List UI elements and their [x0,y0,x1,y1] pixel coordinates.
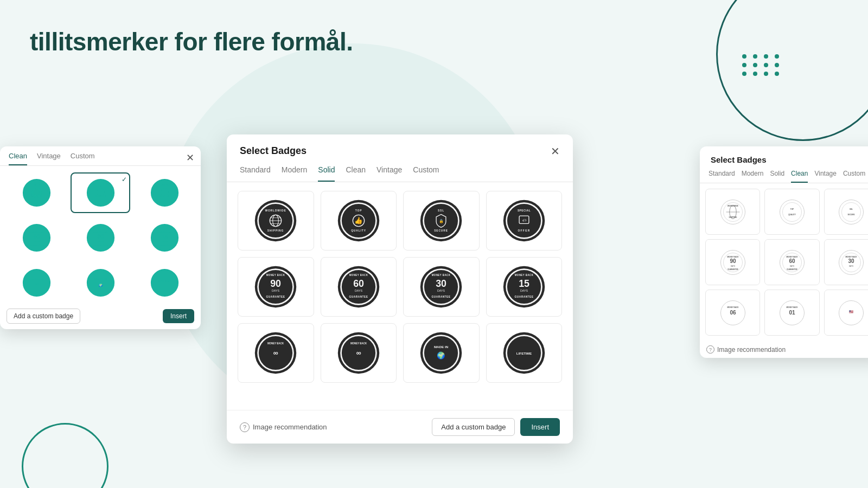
main-tab-modern[interactable]: Modern [282,165,307,182]
right-badge-mb-r3c[interactable]: 🇺🇸 [824,290,868,336]
svg-point-155 [780,200,804,224]
right-tab-standard[interactable]: Standard [709,170,735,183]
svg-text:★: ★ [431,271,433,274]
svg-point-9 [97,188,104,196]
badge-money-back-4[interactable]: MONEY BACK ∞ [321,323,397,383]
svg-text:TOP: TOP [790,208,794,210]
svg-text:30: 30 [848,258,855,264]
right-badge-worldwide[interactable]: WORLDWIDE SHIPPING [705,189,760,235]
svg-text:★: ★ [348,271,350,274]
right-badge-mb-90[interactable]: MONEY BACK 90 DAYS GUARANTEE [705,239,760,285]
left-badge-item[interactable]: MONEY BACK 15 DAYS GUARANTEE [135,217,194,258]
right-tab-clean[interactable]: Clean [791,170,808,183]
svg-point-5 [33,189,40,195]
svg-text:★: ★ [284,271,286,274]
main-tab-custom[interactable]: Custom [413,165,439,182]
badge-money-back-3[interactable]: MONEY BACK ∞ [238,323,314,383]
svg-text:GUARANTEE: GUARANTEE [93,244,107,247]
svg-text:★: ★ [513,300,515,303]
svg-text:GUARANTEE: GUARANTEE [514,296,533,298]
main-dialog-footer: ? Image recommendation Add a custom badg… [227,410,573,444]
svg-text:GUARANTEE: GUARANTEE [727,268,738,270]
left-badge-item[interactable]: MONEY BACK ∞ [7,262,66,303]
svg-text:★: ★ [348,300,350,303]
badge-made-in[interactable]: MADE IN 🌍 [403,323,480,383]
svg-text:90: 90 [270,278,281,289]
svg-point-156 [782,202,801,221]
main-dialog-header: Select Badges ✕ [227,134,573,157]
badge-lifetime[interactable]: LIFETIME [486,323,563,383]
right-tab-custom[interactable]: Custom [843,170,865,183]
left-badge-item-selected[interactable]: ✓ SSL SECURE [71,172,130,213]
svg-text:★: ★ [513,234,515,236]
svg-text:DAYS: DAYS [790,265,794,267]
svg-text:LIFETIME: LIFETIME [516,351,532,355]
right-tab-vintage[interactable]: Vintage [814,170,836,183]
svg-text:LIFETIME: LIFETIME [157,279,171,282]
main-tab-clean[interactable]: Clean [346,165,366,182]
badge-money-back-60[interactable]: MONEY BACK 60 DAYS GUARANTEE ★ ★ ★ ★ [321,257,397,317]
badge-ssl-secure[interactable]: ★ ★ ★ ★ 🔒 SSL SECURE [403,191,480,251]
right-tab-modern[interactable]: Modern [742,170,764,183]
right-partial-dialog: Select Badges Standard Modern Solid Clea… [700,146,868,358]
svg-text:SSL: SSL [438,209,444,212]
svg-text:60: 60 [353,278,364,289]
left-badge-item[interactable]: MONEY BACK 30 DAYS GUARANTEE [71,217,130,258]
right-badge-top-quality[interactable]: TOP QUALITY [764,189,819,235]
left-badge-item[interactable]: MADE IN 🌍 [71,262,130,303]
svg-text:OFFER: OFFER [160,195,169,198]
left-badge-item[interactable]: MONEY BACK 60 DAYS GUARANTEE [7,217,66,258]
left-badge-item[interactable]: TOP QUALITY [7,172,66,213]
svg-text:★: ★ [265,205,267,208]
svg-text:QUALITY: QUALITY [788,214,796,216]
image-recommendation: ? Image recommendation [240,422,327,432]
svg-text:★: ★ [265,234,267,236]
right-badge-mb-30[interactable]: MONEY BACK 30 DAYS [824,239,868,285]
left-badge-item[interactable]: LIFETIME [135,262,194,303]
add-custom-badge-button[interactable]: Add a custom badge [432,418,515,436]
left-tab-vintage[interactable]: Vintage [37,152,61,165]
svg-text:🏷: 🏷 [522,219,526,223]
svg-text:GUARANTEE: GUARANTEE [787,268,797,270]
left-dialog-close-button[interactable]: ✕ [186,152,194,164]
main-dialog-close-button[interactable]: ✕ [551,146,560,157]
svg-text:DAYS: DAYS [355,289,363,292]
insert-button[interactable]: Insert [520,418,560,436]
svg-text:SHIPPING: SHIPPING [267,229,284,232]
left-tab-custom[interactable]: Custom [71,152,95,165]
svg-text:MONEY BACK: MONEY BACK [350,342,367,345]
svg-text:DAYS: DAYS [98,240,104,243]
left-dialog-tabs: Clean Vintage Custom [0,146,201,166]
badge-special-offer[interactable]: ★ ★ ★ ★ 🏷 SPECIAL OFFER [486,191,563,251]
left-tab-clean[interactable]: Clean [9,152,27,165]
right-badge-ssl[interactable]: SSL SECURE [824,189,868,235]
right-tab-solid[interactable]: Solid [770,170,784,183]
svg-text:MONEY BACK: MONEY BACK [267,342,284,345]
svg-text:★: ★ [450,234,452,236]
svg-text:★: ★ [533,271,535,274]
footer-actions: Add a custom badge Insert [432,418,560,436]
svg-text:★: ★ [284,205,286,208]
svg-text:★: ★ [533,234,535,236]
badge-money-back-30[interactable]: MONEY BACK 30 DAYS GUARANTEE ★ ★ ★ ★ [403,257,480,317]
svg-text:QUALITY: QUALITY [351,229,366,232]
left-badge-item[interactable]: SPECIAL OFFER [135,172,194,213]
svg-text:MADE IN: MADE IN [94,278,106,281]
badge-worldwide-shipping[interactable]: ★ ★ ★ ★ WORLDWIDE SHIPPING [238,191,314,251]
left-insert-button[interactable]: Insert [163,309,194,323]
svg-text:★: ★ [284,300,286,303]
svg-text:TOP: TOP [34,184,40,187]
badge-money-back-15[interactable]: MONEY BACK 15 DAYS GUARANTEE ★ ★ ★ ★ [486,257,563,317]
left-add-custom-badge-button[interactable]: Add a custom badge [7,309,80,324]
badge-money-back-90[interactable]: MONEY BACK 90 DAYS GUARANTEE ★ ★ ★ ★ [238,257,314,317]
svg-text:MONEY BACK: MONEY BACK [432,274,451,277]
bg-circle-bottom-left [22,423,108,488]
right-badge-mb-60[interactable]: MONEY BACK 60 DAYS GUARANTEE [764,239,819,285]
badge-top-quality[interactable]: ★ ★ ★ ★ 👍 TOP QUALITY [321,191,397,251]
main-tab-vintage[interactable]: Vintage [376,165,402,182]
right-badge-mb-r3a[interactable]: MONEY BACK 06 [705,290,760,336]
right-badge-mb-r3b[interactable]: MONEY BACK 01 [764,290,819,336]
svg-text:★: ★ [367,205,369,208]
main-tab-standard[interactable]: Standard [240,165,271,182]
main-tab-solid[interactable]: Solid [318,165,335,182]
